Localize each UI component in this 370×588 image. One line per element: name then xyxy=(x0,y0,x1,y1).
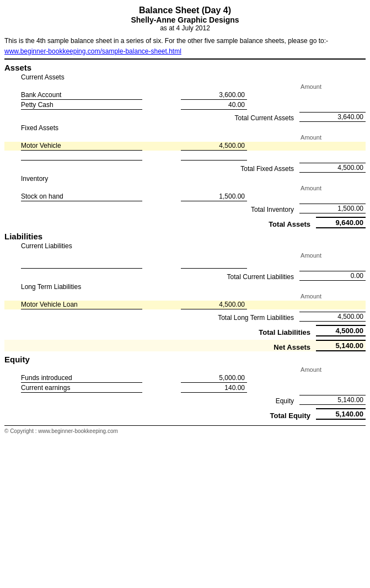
inventory-label: Inventory xyxy=(21,175,366,183)
petty-cash-row: Petty Cash 40.00 xyxy=(4,101,366,110)
total-fixed-assets-amount: 4,500.00 xyxy=(299,163,366,173)
stock-on-hand-label: Stock on hand xyxy=(4,193,181,201)
total-current-assets-row: Total Current Assets 3,640.00 xyxy=(4,112,366,122)
top-divider xyxy=(4,58,366,60)
motor-vehicle-row: Motor Vehicle 4,500.00 xyxy=(4,142,366,151)
current-earnings-amount: 140.00 xyxy=(181,384,247,393)
page-title: Balance Sheet (Day 4) xyxy=(4,6,366,15)
fixed-assets-label: Fixed Assets xyxy=(21,124,366,132)
total-current-assets-label: Total Current Assets xyxy=(4,114,299,122)
blank-current-liab-label xyxy=(4,260,181,269)
total-assets-amount: 9,640.00 xyxy=(316,217,366,228)
total-current-liabilities-amount: 0.00 xyxy=(299,271,366,281)
funds-introduced-amount: 5,000.00 xyxy=(181,374,247,383)
equity-subtotal-label: Equity xyxy=(4,397,299,405)
current-earnings-label: Current earnings xyxy=(4,384,181,393)
total-equity-label: Total Equity xyxy=(4,411,316,420)
bank-account-label: Bank Account xyxy=(4,91,181,100)
current-assets-amount-label: Amount xyxy=(4,83,366,90)
blank-fixed-label xyxy=(4,152,181,161)
total-current-liabilities-row: Total Current Liabilities 0.00 xyxy=(4,271,366,281)
net-assets-label: Net Assets xyxy=(4,343,316,351)
motor-vehicle-loan-row: Motor Vehicle Loan 4,500.00 xyxy=(4,301,366,309)
equity-subtotal-row: Equity 5,140.00 xyxy=(4,395,366,405)
header: Balance Sheet (Day 4) Shelly-Anne Graphi… xyxy=(4,6,366,32)
total-long-term-liabilities-label: Total Long Term Liabilities xyxy=(4,314,299,322)
net-assets-row: Net Assets 5,140.00 xyxy=(4,340,366,351)
total-current-assets-amount: 3,640.00 xyxy=(299,112,366,122)
current-liabilities-amount-label: Amount xyxy=(4,252,366,259)
report-date: as at 4 July 2012 xyxy=(4,24,366,32)
inventory-amount-label: Amount xyxy=(4,185,366,191)
total-fixed-assets-row: Total Fixed Assets 4,500.00 xyxy=(4,163,366,173)
blank-current-liab-amount xyxy=(181,260,247,269)
bank-account-amount: 3,600.00 xyxy=(181,91,247,100)
motor-vehicle-loan-amount: 4,500.00 xyxy=(181,301,247,309)
blank-fixed-amount xyxy=(181,152,247,161)
total-fixed-assets-label: Total Fixed Assets xyxy=(4,165,299,173)
total-assets-row: Total Assets 9,640.00 xyxy=(4,217,366,228)
funds-introduced-label: Funds introduced xyxy=(4,374,181,383)
company-name: Shelly-Anne Graphic Designs xyxy=(4,15,366,24)
funds-introduced-row: Funds introduced 5,000.00 xyxy=(4,374,366,383)
total-long-term-liabilities-amount: 4,500.00 xyxy=(299,312,366,322)
stock-on-hand-row: Stock on hand 1,500.00 xyxy=(4,193,366,201)
petty-cash-label: Petty Cash xyxy=(4,101,181,110)
footer: © Copyright : www.beginner-bookkeeping.c… xyxy=(4,425,366,434)
intro-link[interactable]: www.beginner-bookkeeping.com/sample-bala… xyxy=(4,47,181,55)
blank-current-liab-row xyxy=(4,260,366,269)
assets-section-title: Assets xyxy=(4,63,366,72)
page: Balance Sheet (Day 4) Shelly-Anne Graphi… xyxy=(0,0,370,440)
total-current-liabilities-label: Total Current Liabilities xyxy=(4,273,299,281)
motor-vehicle-label: Motor Vehicle xyxy=(4,142,181,151)
current-earnings-row: Current earnings 140.00 xyxy=(4,384,366,393)
total-inventory-label: Total Inventory xyxy=(4,206,299,213)
intro-text: This is the 4th sample balance sheet in … xyxy=(4,36,366,46)
total-equity-row: Total Equity 5,140.00 xyxy=(4,408,366,420)
total-liabilities-amount: 4,500.00 xyxy=(316,325,366,336)
blank-fixed-row xyxy=(4,152,366,161)
total-inventory-row: Total Inventory 1,500.00 xyxy=(4,204,366,213)
long-term-liabilities-amount-label: Amount xyxy=(4,293,366,300)
equity-amount-label: Amount xyxy=(4,366,366,373)
motor-vehicle-amount: 4,500.00 xyxy=(181,142,247,151)
total-assets-label: Total Assets xyxy=(4,220,316,228)
current-assets-label: Current Assets xyxy=(21,73,366,81)
long-term-liabilities-label: Long Term Liabilities xyxy=(21,283,366,291)
equity-subtotal-amount: 5,140.00 xyxy=(299,395,366,405)
total-inventory-amount: 1,500.00 xyxy=(299,204,366,213)
fixed-assets-amount-label: Amount xyxy=(4,134,366,141)
motor-vehicle-loan-label: Motor Vehicle Loan xyxy=(4,301,181,309)
total-liabilities-label: Total Liabilities xyxy=(4,328,316,336)
equity-section-title: Equity xyxy=(4,355,366,364)
net-assets-amount: 5,140.00 xyxy=(316,340,366,351)
stock-on-hand-amount: 1,500.00 xyxy=(181,193,247,201)
total-liabilities-row: Total Liabilities 4,500.00 xyxy=(4,325,366,336)
petty-cash-amount: 40.00 xyxy=(181,101,247,110)
total-long-term-liabilities-row: Total Long Term Liabilities 4,500.00 xyxy=(4,312,366,322)
bank-account-row: Bank Account 3,600.00 xyxy=(4,91,366,100)
current-liabilities-label: Current Liabilities xyxy=(21,242,366,250)
footer-text: © Copyright : www.beginner-bookkeeping.c… xyxy=(4,428,118,434)
liabilities-section-title: Liabilities xyxy=(4,232,366,241)
total-equity-amount: 5,140.00 xyxy=(316,408,366,420)
